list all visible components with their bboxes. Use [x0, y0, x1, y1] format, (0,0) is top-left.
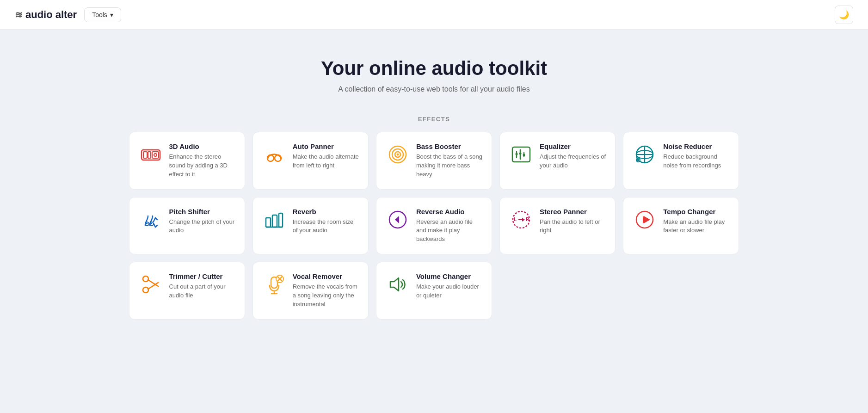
reverb-desc: Increase the room size of your audio [293, 218, 359, 235]
svg-marker-53 [390, 278, 399, 291]
svg-line-29 [154, 223, 155, 227]
tempo-changer-icon [633, 208, 657, 232]
trimmer-cutter-title: Trimmer / Cutter [169, 272, 235, 280]
section-label: EFFECTS [129, 116, 739, 123]
tools-row-3: Trimmer / Cutter Cut out a part of your … [129, 262, 739, 320]
svg-rect-31 [266, 218, 271, 227]
tool-card-pitch-shifter[interactable]: Pitch Shifter Change the pitch of your a… [129, 197, 245, 255]
volume-changer-icon [386, 272, 410, 296]
pitch-shifter-text: Pitch Shifter Change the pitch of your a… [169, 208, 235, 235]
tools-button[interactable]: Tools ▾ [84, 7, 121, 22]
svg-line-27 [154, 218, 155, 222]
auto-panner-title: Auto Panner [293, 142, 359, 150]
reverse-audio-desc: Reverse an audio file and make it play b… [416, 218, 482, 244]
stereo-panner-text: Stereo Panner Pan the audio to left or r… [540, 208, 606, 235]
svg-rect-3 [152, 152, 159, 158]
tool-card-bass-booster[interactable]: Bass Booster Boost the bass of a song ma… [376, 132, 492, 190]
logo-icon: ≋ [15, 9, 23, 20]
svg-point-44 [143, 287, 148, 293]
3d-audio-desc: Enhance the stereo sound by adding a 3D … [169, 153, 235, 179]
stereo-panner-title: Stereo Panner [540, 208, 606, 216]
svg-rect-33 [279, 213, 283, 227]
noise-reducer-desc: Reduce background noise from recordings [663, 153, 729, 170]
auto-panner-text: Auto Panner Make the audio alternate fro… [293, 142, 359, 170]
hero-title: Your online audio toolkit [129, 57, 739, 80]
volume-changer-text: Volume Changer Make your audio louder or… [416, 272, 482, 300]
noise-reducer-title: Noise Reducer [663, 142, 729, 150]
tool-card-tempo-changer[interactable]: Tempo Changer Make an audio file play fa… [623, 197, 739, 255]
svg-rect-2 [148, 152, 151, 158]
volume-changer-title: Volume Changer [416, 272, 482, 280]
tools-row-1: 3D Audio Enhance the stereo sound by add… [129, 132, 739, 190]
reverb-text: Reverb Increase the room size of your au… [293, 208, 359, 235]
auto-panner-icon [262, 142, 286, 166]
svg-rect-11 [512, 147, 530, 162]
svg-marker-36 [395, 216, 399, 223]
trimmer-cutter-text: Trimmer / Cutter Cut out a part of your … [169, 272, 235, 300]
chevron-down-icon: ▾ [110, 11, 113, 18]
tool-card-reverb[interactable]: Reverb Increase the room size of your au… [252, 197, 369, 255]
svg-point-10 [396, 154, 399, 156]
vocal-remover-icon [262, 272, 286, 296]
reverb-icon [262, 208, 286, 232]
moon-icon: 🌙 [839, 10, 849, 20]
header-left: ≋audioalter Tools ▾ [15, 7, 121, 22]
header: ≋audioalter Tools ▾ 🌙 [0, 0, 868, 30]
tempo-changer-desc: Make an audio file play faster or slower [663, 218, 729, 235]
pitch-shifter-title: Pitch Shifter [169, 208, 235, 216]
svg-point-17 [523, 154, 525, 156]
logo-audio: audio [25, 9, 53, 21]
volume-changer-desc: Make your audio louder or quieter [416, 283, 482, 300]
main-content: Your online audio toolkit A collection o… [111, 30, 758, 347]
bass-booster-desc: Boost the bass of a song making it more … [416, 153, 482, 179]
tool-card-trimmer-cutter[interactable]: Trimmer / Cutter Cut out a part of your … [129, 262, 245, 320]
3d-audio-title: 3D Audio [169, 142, 235, 150]
reverb-title: Reverb [293, 208, 359, 216]
svg-point-16 [519, 153, 522, 155]
vocal-remover-text: Vocal Remover Remove the vocals from a s… [293, 272, 359, 309]
reverse-audio-text: Reverse Audio Reverse an audio file and … [416, 208, 482, 244]
tool-card-auto-panner[interactable]: Auto Panner Make the audio alternate fro… [252, 132, 369, 190]
tool-card-noise-reducer[interactable]: Noise Reducer Reduce background noise fr… [623, 132, 739, 190]
vocal-remover-title: Vocal Remover [293, 272, 359, 280]
svg-text:L: L [514, 217, 517, 222]
trimmer-cutter-desc: Cut out a part of your audio file [169, 283, 235, 300]
tool-card-reverse-audio[interactable]: Reverse Audio Reverse an audio file and … [376, 197, 492, 255]
stereo-panner-desc: Pan the audio to left or right [540, 218, 606, 235]
equalizer-title: Equalizer [540, 142, 606, 150]
stereo-panner-icon: L R [509, 208, 533, 232]
svg-point-45 [143, 276, 148, 282]
equalizer-desc: Adjust the frequencies of your audio [540, 153, 606, 170]
tool-card-stereo-panner[interactable]: L R Stereo Panner Pan the audio to left … [499, 197, 616, 255]
svg-point-15 [516, 153, 518, 155]
3d-audio-icon [139, 142, 163, 166]
logo-alter: alter [55, 9, 77, 21]
tool-card-3d-audio[interactable]: 3D Audio Enhance the stereo sound by add… [129, 132, 245, 190]
svg-point-4 [154, 154, 157, 156]
equalizer-text: Equalizer Adjust the frequencies of your… [540, 142, 606, 170]
reverse-audio-icon [386, 208, 410, 232]
bass-booster-icon [386, 142, 410, 166]
tools-label: Tools [92, 11, 107, 18]
svg-line-28 [155, 218, 157, 220]
tempo-changer-text: Tempo Changer Make an audio file play fa… [663, 208, 729, 235]
noise-reducer-text: Noise Reducer Reduce background noise fr… [663, 142, 729, 170]
noise-reducer-icon [633, 142, 657, 166]
svg-rect-1 [143, 152, 147, 158]
svg-line-30 [155, 225, 157, 227]
logo[interactable]: ≋audioalter [15, 9, 77, 21]
tool-card-vocal-remover[interactable]: Vocal Remover Remove the vocals from a s… [252, 262, 369, 320]
tool-card-volume-changer[interactable]: Volume Changer Make your audio louder or… [376, 262, 492, 320]
pitch-shifter-icon [139, 208, 163, 232]
hero-section: Your online audio toolkit A collection o… [129, 57, 739, 93]
svg-marker-43 [644, 216, 650, 223]
svg-text:R: R [526, 217, 529, 222]
tool-card-equalizer[interactable]: Equalizer Adjust the frequencies of your… [499, 132, 616, 190]
svg-rect-32 [272, 215, 277, 227]
vocal-remover-desc: Remove the vocals from a song leaving on… [293, 283, 359, 309]
dark-mode-toggle[interactable]: 🌙 [835, 6, 853, 24]
bass-booster-text: Bass Booster Boost the bass of a song ma… [416, 142, 482, 179]
bass-booster-title: Bass Booster [416, 142, 482, 150]
pitch-shifter-desc: Change the pitch of your audio [169, 218, 235, 235]
3d-audio-text: 3D Audio Enhance the stereo sound by add… [169, 142, 235, 179]
